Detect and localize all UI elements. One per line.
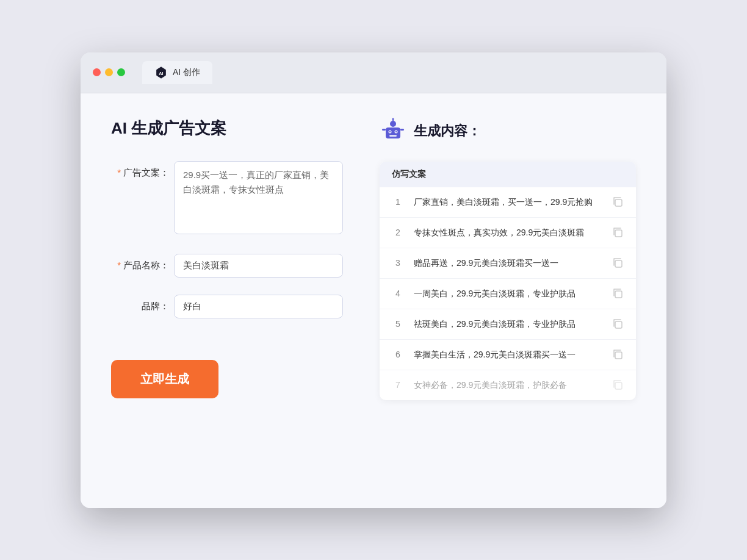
svg-rect-14 bbox=[615, 230, 622, 237]
result-table: 仿写文案 1 厂家直销，美白淡斑霜，买一送一，29.9元抢购 2 专抹女性斑点，… bbox=[380, 162, 636, 400]
table-row: 5 祛斑美白，29.9元美白淡斑霜，专业护肤品 bbox=[380, 309, 636, 340]
product-name-row: *产品名称： bbox=[111, 254, 343, 278]
close-button[interactable] bbox=[93, 68, 101, 76]
row-text: 厂家直销，美白淡斑霜，买一送一，29.9元抢购 bbox=[414, 196, 602, 209]
brand-input[interactable] bbox=[174, 295, 343, 318]
ad-copy-textarea[interactable]: 29.9买一送一，真正的厂家直销，美白淡斑霜，专抹女性斑点 bbox=[174, 161, 343, 234]
row-number: 2 bbox=[392, 228, 404, 237]
product-name-input[interactable] bbox=[174, 254, 343, 278]
copy-icon[interactable] bbox=[612, 318, 624, 330]
page-title: AI 生成广告文案 bbox=[111, 118, 343, 139]
brand-input-wrap bbox=[174, 295, 343, 318]
svg-rect-10 bbox=[389, 135, 397, 137]
minimize-button[interactable] bbox=[105, 68, 113, 76]
maximize-button[interactable] bbox=[117, 68, 125, 76]
svg-rect-5 bbox=[386, 127, 400, 138]
table-header: 仿写文案 bbox=[380, 162, 636, 187]
result-header: 生成内容： bbox=[380, 118, 636, 145]
row-text: 掌握美白生活，29.9元美白淡斑霜买一送一 bbox=[414, 348, 602, 361]
svg-point-9 bbox=[395, 131, 397, 132]
brand-row: 品牌： bbox=[111, 295, 343, 318]
row-text: 专抹女性斑点，真实功效，29.9元美白淡斑霜 bbox=[414, 226, 602, 239]
table-row: 1 厂家直销，美白淡斑霜，买一送一，29.9元抢购 bbox=[380, 187, 636, 218]
svg-point-4 bbox=[392, 118, 394, 120]
row-text: 赠品再送，29.9元美白淡斑霜买一送一 bbox=[414, 257, 602, 270]
svg-rect-11 bbox=[382, 129, 386, 131]
product-name-input-wrap bbox=[174, 254, 343, 278]
svg-rect-16 bbox=[615, 291, 622, 298]
result-title: 生成内容： bbox=[414, 122, 481, 140]
copy-icon[interactable] bbox=[612, 257, 624, 269]
svg-rect-15 bbox=[615, 260, 622, 267]
left-panel: AI 生成广告文案 *广告文案： 29.9买一送一，真正的厂家直销，美白淡斑霜，… bbox=[111, 118, 343, 484]
row-text: 一周美白，29.9元美白淡斑霜，专业护肤品 bbox=[414, 287, 602, 300]
ai-hex-icon: AI bbox=[154, 66, 168, 79]
row-text: 女神必备，29.9元美白淡斑霜，护肤必备 bbox=[414, 379, 602, 392]
ad-copy-label: *广告文案： bbox=[111, 161, 169, 179]
table-row: 3 赠品再送，29.9元美白淡斑霜买一送一 bbox=[380, 248, 636, 279]
robot-icon bbox=[380, 118, 406, 145]
svg-point-2 bbox=[390, 121, 396, 127]
table-row: 7 女神必备，29.9元美白淡斑霜，护肤必备 bbox=[380, 370, 636, 400]
traffic-lights bbox=[93, 68, 125, 76]
generate-button[interactable]: 立即生成 bbox=[111, 360, 218, 398]
table-row: 2 专抹女性斑点，真实功效，29.9元美白淡斑霜 bbox=[380, 218, 636, 248]
copy-icon[interactable] bbox=[612, 348, 624, 361]
svg-rect-12 bbox=[400, 129, 404, 131]
ad-copy-row: *广告文案： 29.9买一送一，真正的厂家直销，美白淡斑霜，专抹女性斑点 bbox=[111, 161, 343, 237]
result-rows-container: 1 厂家直销，美白淡斑霜，买一送一，29.9元抢购 2 专抹女性斑点，真实功效，… bbox=[380, 187, 636, 400]
table-row: 4 一周美白，29.9元美白淡斑霜，专业护肤品 bbox=[380, 279, 636, 309]
row-text: 祛斑美白，29.9元美白淡斑霜，专业护肤品 bbox=[414, 318, 602, 331]
required-mark-2: * bbox=[117, 260, 121, 270]
table-row: 6 掌握美白生活，29.9元美白淡斑霜买一送一 bbox=[380, 340, 636, 370]
row-number: 4 bbox=[392, 289, 404, 298]
tab-label: AI 创作 bbox=[173, 67, 200, 78]
svg-rect-19 bbox=[615, 382, 622, 389]
copy-icon[interactable] bbox=[612, 196, 624, 208]
svg-text:AI: AI bbox=[159, 70, 163, 76]
ad-copy-input-wrap: 29.9买一送一，真正的厂家直销，美白淡斑霜，专抹女性斑点 bbox=[174, 161, 343, 237]
row-number: 1 bbox=[392, 197, 404, 207]
svg-point-8 bbox=[389, 131, 391, 132]
row-number: 7 bbox=[392, 380, 404, 390]
row-number: 6 bbox=[392, 350, 404, 359]
svg-rect-13 bbox=[615, 199, 622, 206]
row-number: 3 bbox=[392, 258, 404, 268]
brand-label: 品牌： bbox=[111, 295, 169, 312]
right-panel: 生成内容： 仿写文案 1 厂家直销，美白淡斑霜，买一送一，29.9元抢购 2 专… bbox=[380, 118, 636, 484]
copy-icon[interactable] bbox=[612, 379, 624, 391]
product-name-label: *产品名称： bbox=[111, 254, 169, 271]
titlebar: AI AI 创作 bbox=[81, 52, 666, 93]
svg-rect-18 bbox=[615, 352, 622, 359]
copy-icon[interactable] bbox=[612, 226, 624, 239]
svg-rect-17 bbox=[615, 321, 622, 328]
browser-content: AI 生成广告文案 *广告文案： 29.9买一送一，真正的厂家直销，美白淡斑霜，… bbox=[81, 93, 666, 508]
row-number: 5 bbox=[392, 319, 404, 329]
browser-window: AI AI 创作 AI 生成广告文案 *广告文案： 29.9买一送一，真正的厂家… bbox=[81, 52, 666, 508]
ai-tab[interactable]: AI AI 创作 bbox=[142, 61, 212, 84]
copy-icon[interactable] bbox=[612, 287, 624, 300]
required-mark: * bbox=[117, 167, 121, 178]
